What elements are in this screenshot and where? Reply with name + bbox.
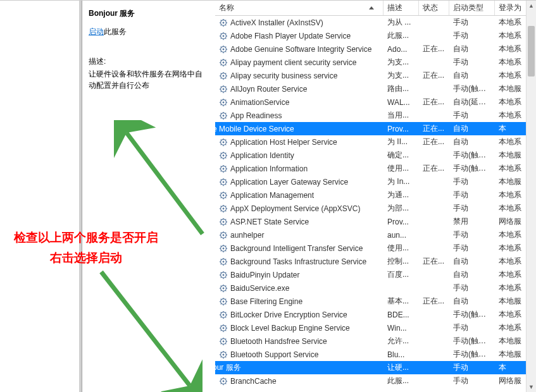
service-start: 手动 — [449, 322, 495, 333]
service-row[interactable]: AnimationServiceWAL...正在...自动(延迟...本地系 — [215, 95, 536, 109]
service-name: AppX Deployment Service (AppXSVC) — [230, 204, 360, 213]
svg-line-176 — [221, 245, 221, 246]
service-row[interactable]: Application Management为通...手动本地系 — [215, 188, 536, 202]
header-name[interactable]: 名称 — [215, 1, 383, 15]
svg-line-16 — [221, 33, 221, 34]
svg-line-118 — [221, 171, 221, 171]
svg-point-231 — [223, 327, 225, 329]
service-name: Application Host Helper Service — [230, 138, 337, 147]
svg-line-139 — [225, 192, 226, 193]
svg-line-109 — [225, 152, 226, 153]
service-start: 手动 — [449, 283, 495, 293]
svg-line-76 — [221, 113, 221, 113]
service-row[interactable]: Alipay security business service为支...正在.… — [215, 69, 536, 82]
service-row[interactable]: Adobe Flash Player Update Service此服...手动… — [215, 29, 536, 42]
service-row[interactable]: Bonjour 服务让硬...手动本 — [215, 361, 536, 374]
service-row[interactable]: BitLocker Drive Encryption ServiceBDE...… — [215, 308, 536, 321]
svg-line-229 — [225, 312, 226, 312]
service-start: 手动 — [449, 190, 495, 200]
service-start: 手动 — [449, 176, 495, 187]
service-row[interactable]: AppX Deployment Service (AppXSVC)为部...手动… — [215, 202, 536, 215]
header-start[interactable]: 启动类型 — [449, 1, 495, 15]
svg-line-19 — [225, 33, 226, 34]
service-row[interactable]: Application Host Helper Service为 II...正在… — [215, 135, 536, 149]
description-label: 描述: — [89, 56, 209, 67]
service-row[interactable]: Block Level Backup Engine ServiceWin...手… — [215, 321, 536, 334]
service-start: 手动 — [449, 17, 495, 28]
service-row[interactable]: App Readiness当用...手动本地系 — [215, 109, 536, 122]
services-list: 名称 描述 状态 启动类型 登录为 ActiveX Installer (AxI… — [215, 1, 536, 392]
svg-line-17 — [225, 38, 226, 39]
service-row[interactable]: aunhelperaun...手动本地系 — [215, 228, 536, 242]
service-desc: 为支... — [383, 57, 419, 68]
service-row[interactable]: BranchCache此服...手动网络服 — [215, 374, 536, 388]
svg-point-141 — [223, 207, 225, 209]
service-name: Alipay security business service — [230, 71, 337, 80]
service-row[interactable]: BaiduService.exe手动本地系 — [215, 281, 536, 295]
service-name: Block Level Backup Engine Service — [230, 324, 350, 333]
service-row[interactable]: Application Identity确定...手动(触发...本地服 — [215, 149, 536, 162]
svg-point-151 — [223, 221, 225, 223]
service-row[interactable]: Bluetooth Handsfree Service允许...手动(触发...… — [215, 334, 536, 348]
service-desc: Prov... — [383, 125, 419, 133]
scroll-thumb[interactable] — [528, 26, 535, 77]
svg-line-116 — [221, 166, 221, 166]
svg-point-161 — [223, 234, 225, 236]
scroll-up-button[interactable]: ▲ — [527, 1, 536, 11]
svg-line-166 — [221, 232, 221, 233]
svg-line-189 — [225, 259, 226, 259]
start-service-link[interactable]: 启动 — [89, 27, 104, 36]
service-row[interactable]: Alipay payment client security service为支… — [215, 56, 536, 69]
service-row[interactable]: Apple Mobile Device ServiceProv...正在...自… — [215, 122, 536, 135]
svg-line-159 — [225, 219, 226, 219]
service-start: 自动(延迟... — [449, 97, 495, 107]
header-status[interactable]: 状态 — [419, 1, 449, 15]
svg-line-58 — [221, 91, 221, 92]
start-suffix: 此服务 — [104, 27, 127, 36]
service-row[interactable]: ActiveX Installer (AxInstSV)为从 ...手动本地系 — [215, 16, 536, 29]
service-row[interactable]: AllJoyn Router Service路由...手动(触发...本地服 — [215, 82, 536, 95]
gear-icon — [219, 45, 228, 54]
svg-line-237 — [225, 330, 226, 331]
svg-line-258 — [221, 357, 221, 357]
vertical-scrollbar[interactable]: ▲ ▼ — [526, 1, 536, 392]
service-status: 正在... — [419, 163, 449, 174]
header-desc[interactable]: 描述 — [383, 1, 419, 15]
svg-line-29 — [225, 46, 226, 47]
svg-line-9 — [225, 20, 226, 20]
svg-line-187 — [225, 264, 226, 264]
service-name: Application Layer Gateway Service — [230, 178, 348, 187]
svg-line-148 — [221, 211, 221, 211]
service-name: aunhelper — [230, 231, 264, 240]
scroll-down-button[interactable]: ▼ — [527, 382, 536, 392]
svg-line-216 — [221, 298, 221, 299]
service-name: ActiveX Installer (AxInstSV) — [230, 18, 323, 27]
service-name: Adobe Genuine Software Integrity Service — [230, 45, 371, 54]
service-start: 手动(触发... — [449, 336, 495, 346]
service-row[interactable]: BaiduPinyin Updater百度...自动本地系 — [215, 268, 536, 281]
service-row[interactable]: Bluetooth Support ServiceBlu...手动(触发...本… — [215, 348, 536, 361]
svg-point-211 — [223, 300, 225, 302]
column-headers[interactable]: 名称 描述 状态 启动类型 登录为 — [215, 1, 536, 16]
svg-line-209 — [225, 285, 226, 286]
service-start: 手动(触发... — [449, 150, 495, 161]
svg-line-278 — [221, 383, 221, 384]
service-row[interactable]: Base Filtering Engine基本...正在...自动本地服 — [215, 295, 536, 308]
svg-line-59 — [225, 86, 226, 87]
svg-line-247 — [225, 343, 226, 344]
svg-point-241 — [223, 340, 225, 342]
service-row[interactable]: Application Information使用...正在...手动(触发..… — [215, 162, 536, 175]
service-row[interactable]: Application Layer Gateway Service为 In...… — [215, 175, 536, 188]
svg-line-239 — [225, 325, 226, 326]
svg-line-238 — [221, 330, 221, 331]
svg-point-131 — [223, 194, 225, 196]
svg-line-279 — [225, 378, 226, 379]
service-row[interactable]: ASP.NET State ServiceProv...禁用网络服 — [215, 215, 536, 228]
service-desc: 为 In... — [383, 176, 419, 187]
service-desc: 控制... — [383, 256, 419, 267]
svg-line-99 — [225, 139, 226, 140]
service-row[interactable]: Adobe Genuine Software Integrity Service… — [215, 42, 536, 56]
svg-line-128 — [221, 184, 221, 185]
service-row[interactable]: Background Intelligent Transfer Service使… — [215, 242, 536, 255]
service-row[interactable]: Background Tasks Infrastructure Service控… — [215, 255, 536, 268]
